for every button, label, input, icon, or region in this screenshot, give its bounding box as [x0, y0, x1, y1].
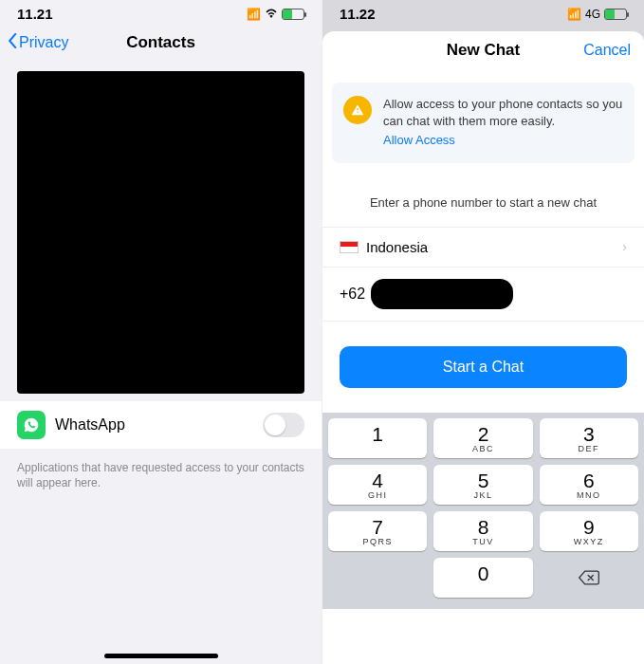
status-time: 11.21: [17, 6, 53, 22]
warning-icon: [343, 96, 372, 124]
signal-icon: 📶: [567, 8, 581, 21]
key-letters: [328, 444, 427, 453]
key-9[interactable]: 9WXYZ: [540, 511, 638, 551]
nav-bar: New Chat Cancel: [322, 31, 644, 71]
footer-note: Applications that have requested access …: [0, 454, 322, 496]
back-label: Privacy: [19, 34, 68, 51]
cancel-button[interactable]: Cancel: [583, 42, 631, 59]
page-title: New Chat: [447, 41, 520, 60]
key-number: 3: [540, 424, 638, 444]
phone-number-input[interactable]: +62: [322, 267, 644, 322]
key-letters: GHI: [328, 490, 427, 500]
app-name-label: WhatsApp: [55, 416, 125, 433]
key-letters: PQRS: [328, 537, 427, 546]
country-selector[interactable]: Indonesia ›: [322, 227, 644, 267]
battery-icon: [604, 9, 627, 20]
key-1[interactable]: 1: [328, 418, 427, 458]
key-number: 7: [328, 517, 427, 537]
settings-contacts-screen: 11.21 📶 Privacy Contacts WhatsApp Applic…: [0, 0, 322, 664]
redacted-content-block: [17, 71, 304, 394]
key-number: 4: [328, 470, 427, 490]
key-number: 6: [540, 470, 638, 490]
key-letters: DEF: [540, 444, 638, 453]
backspace-icon: [578, 569, 600, 586]
status-time: 11.22: [340, 6, 376, 22]
key-number: 2: [433, 424, 532, 444]
chevron-right-icon: ›: [622, 239, 627, 254]
key-7[interactable]: 7PQRS: [328, 511, 427, 551]
key-number: 1: [328, 424, 427, 444]
key-letters: [433, 583, 532, 593]
nav-bar: Privacy Contacts: [0, 24, 322, 64]
battery-icon: [282, 9, 304, 20]
status-indicators: 📶 4G: [567, 8, 627, 21]
contacts-access-banner: Allow access to your phone contacts so y…: [332, 83, 635, 163]
banner-text: Allow access to your phone contacts so y…: [383, 96, 623, 150]
key-number: 8: [433, 517, 532, 537]
signal-icon: 📶: [247, 8, 261, 21]
key-delete[interactable]: [540, 558, 638, 598]
page-title: Contacts: [126, 33, 195, 52]
key-letters: JKL: [433, 490, 532, 500]
key-4[interactable]: 4GHI: [328, 465, 427, 505]
home-indicator[interactable]: [104, 654, 218, 658]
indonesia-flag-icon: [340, 241, 359, 253]
country-prefix: +62: [340, 286, 365, 303]
key-number: 0: [433, 563, 532, 583]
chevron-left-icon: [8, 33, 17, 52]
new-chat-sheet: New Chat Cancel Allow access to your pho…: [322, 31, 644, 609]
key-2[interactable]: 2ABC: [433, 418, 532, 458]
country-label: Indonesia: [366, 239, 428, 255]
key-6[interactable]: 6MNO: [540, 465, 638, 505]
sheet-backdrop: 11.22 📶 4G New Chat Cancel Allow access …: [322, 0, 644, 609]
status-indicators: 📶: [247, 8, 304, 21]
key-5[interactable]: 5JKL: [433, 465, 532, 505]
back-button[interactable]: Privacy: [8, 33, 68, 52]
redacted-phone-number: [371, 279, 513, 309]
key-letters: ABC: [433, 444, 532, 453]
key-letters: TUV: [433, 537, 532, 546]
key-8[interactable]: 8TUV: [433, 511, 532, 551]
app-permission-row[interactable]: WhatsApp: [0, 401, 322, 449]
status-bar: 11.22 📶 4G: [322, 0, 644, 24]
key-letters: WXYZ: [540, 537, 638, 546]
allow-access-link[interactable]: Allow Access: [383, 132, 623, 149]
key-blank: [328, 558, 427, 598]
wifi-icon: [265, 8, 278, 21]
key-number: 5: [433, 470, 532, 490]
whatsapp-icon: [17, 411, 46, 439]
permission-toggle[interactable]: [263, 413, 304, 437]
hint-text: Enter a phone number to start a new chat: [332, 195, 635, 210]
numeric-keypad: 12ABC3DEF4GHI5JKL6MNO7PQRS8TUV9WXYZ0: [322, 413, 644, 609]
start-chat-button[interactable]: Start a Chat: [340, 346, 627, 388]
network-label: 4G: [585, 8, 600, 21]
key-3[interactable]: 3DEF: [540, 418, 638, 458]
key-number: 9: [540, 517, 638, 537]
key-0[interactable]: 0: [433, 558, 532, 598]
banner-message: Allow access to your phone contacts so y…: [383, 97, 622, 128]
status-bar: 11.21 📶: [0, 0, 322, 24]
key-letters: MNO: [540, 490, 638, 500]
new-chat-screen: 11.22 📶 4G New Chat Cancel Allow access …: [322, 0, 644, 664]
